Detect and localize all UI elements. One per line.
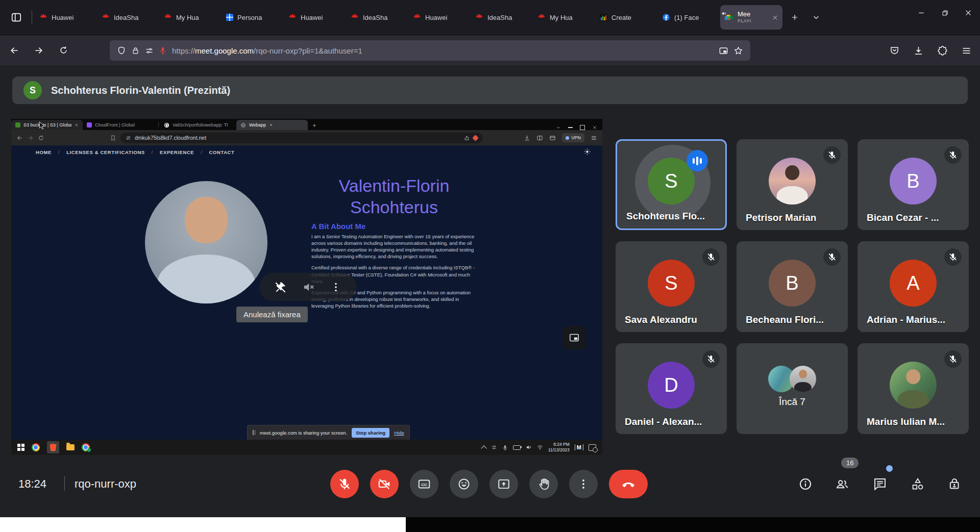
- participant-name: Marius Iulian M...: [867, 416, 945, 427]
- new-tab-button[interactable]: [786, 8, 804, 27]
- unpin-icon[interactable]: [274, 281, 287, 294]
- screen-sharing-banner: meet.google.com is sharing your screen. …: [247, 425, 410, 440]
- network-activity-icon[interactable]: [491, 444, 497, 450]
- participant-tile-bican[interactable]: B Bican Cezar - ...: [857, 139, 969, 230]
- extensions-icon[interactable]: [937, 45, 948, 56]
- back-button[interactable]: [4, 40, 24, 61]
- mic-muted-icon: [823, 248, 841, 266]
- microphone-tray-icon[interactable]: [502, 445, 508, 450]
- minimize-button[interactable]: [910, 0, 933, 26]
- browser-tab[interactable]: Huawei: [284, 5, 347, 30]
- close-button[interactable]: [957, 0, 980, 26]
- notifications-icon[interactable]: [589, 444, 596, 451]
- participant-tile-sava[interactable]: S Sava Alexandru: [616, 241, 727, 332]
- participant-tile-overflow[interactable]: Încă 7: [737, 343, 848, 434]
- browser-tab[interactable]: (1) Face: [658, 5, 720, 30]
- nav-licenses: LICENSES & CERTIFICATIONS: [66, 149, 145, 155]
- raise-hand-button[interactable]: [529, 470, 558, 498]
- tab-label: Create: [611, 14, 654, 21]
- browser-tab[interactable]: IdeaSha: [347, 5, 409, 30]
- url-text[interactable]: https://meet.google.com/rqo-nurr-oxp?pli…: [172, 46, 714, 55]
- participant-tile-daniel[interactable]: D Daniel - Alexan...: [616, 343, 727, 434]
- activities-button[interactable]: [911, 477, 925, 491]
- microphone-in-use-icon[interactable]: [159, 46, 167, 55]
- wifi-icon[interactable]: [537, 444, 543, 450]
- participant-tile-petrisor[interactable]: Petrisor Marian: [737, 139, 848, 230]
- menu-icon[interactable]: [961, 45, 972, 56]
- taskbar-clock[interactable]: 6:24 PM 11/13/2023: [548, 442, 570, 452]
- more-options-icon[interactable]: [330, 282, 341, 293]
- browser-tab[interactable]: Persona: [222, 5, 284, 30]
- tab-label: IdeaSha: [114, 14, 156, 21]
- chrome-meet-icon[interactable]: [82, 443, 90, 451]
- participant-tile-marius[interactable]: Marius Iulian M...: [857, 343, 969, 434]
- battery-icon[interactable]: [513, 445, 521, 450]
- tab-label: My Hua: [550, 14, 592, 21]
- tab-label: Huawei: [425, 14, 467, 21]
- taskbar-m-icon[interactable]: M: [575, 444, 583, 450]
- portfolio-webpage: HOME/ LICENSES & CERTIFICATIONS/ EXPERIE…: [11, 145, 602, 440]
- forward-button[interactable]: [29, 40, 49, 61]
- reload-button[interactable]: [53, 40, 74, 61]
- hide-banner-link[interactable]: Hide: [394, 430, 404, 436]
- participant-tile-schohterus[interactable]: S Schohterus Flo...: [616, 139, 727, 230]
- tray-expand-icon[interactable]: [481, 445, 486, 451]
- mic-muted-icon: [944, 146, 962, 164]
- host-controls-button[interactable]: [947, 477, 962, 491]
- avatar-photo: [769, 158, 816, 205]
- participant-tile-adrian[interactable]: A Adrian - Marius...: [857, 241, 969, 332]
- browser-tab[interactable]: Huawei: [35, 5, 97, 30]
- forward-icon: [27, 135, 34, 141]
- more-options-button[interactable]: [569, 470, 598, 498]
- reactions-button[interactable]: [450, 470, 478, 498]
- bottom-black-strip: [406, 517, 980, 532]
- participant-tile-becheanu[interactable]: B Becheanu Flori...: [737, 241, 848, 332]
- avatar: S: [648, 260, 695, 307]
- file-explorer-icon[interactable]: [66, 444, 75, 450]
- captions-button[interactable]: [410, 470, 438, 498]
- browser-tab[interactable]: IdeaSha: [471, 5, 533, 30]
- bookmark-star-icon[interactable]: [733, 46, 743, 56]
- leave-call-button[interactable]: [609, 470, 648, 498]
- close-tab-icon[interactable]: [772, 14, 778, 21]
- address-bar[interactable]: https://meet.google.com/rqo-nurr-oxp?pli…: [110, 40, 750, 61]
- drag-handle-icon[interactable]: [253, 430, 255, 435]
- restore-button[interactable]: [933, 0, 957, 26]
- tab-label: IdeaSha: [363, 14, 405, 21]
- browser-tab[interactable]: My Hua: [160, 5, 222, 30]
- list-tabs-button[interactable]: [807, 8, 825, 27]
- minimize-tile-button[interactable]: [562, 326, 586, 349]
- mic-muted-icon: [823, 146, 841, 164]
- wallet-icon: [549, 135, 556, 141]
- participant-name: Becheanu Flori...: [746, 314, 824, 325]
- pocket-icon[interactable]: [889, 45, 900, 56]
- chrome-icon[interactable]: [32, 443, 40, 451]
- downloads-icon[interactable]: [913, 45, 924, 56]
- tab-label: Huawei: [301, 14, 342, 21]
- browser-tab-meet-active[interactable]: Mee PLAYI: [720, 5, 782, 30]
- chat-button[interactable]: [873, 477, 887, 491]
- browser-tab[interactable]: Create: [596, 5, 658, 30]
- browser-tab[interactable]: IdeaSha: [97, 5, 160, 30]
- participants-button[interactable]: [835, 477, 849, 491]
- present-button[interactable]: [489, 470, 518, 498]
- permissions-icon[interactable]: [145, 46, 154, 55]
- mic-off-button[interactable]: [330, 470, 359, 498]
- stop-sharing-button[interactable]: Stop sharing: [352, 428, 389, 438]
- tab-label: My Hua: [176, 14, 218, 21]
- globe-favicon: [240, 122, 246, 128]
- picture-in-picture-icon[interactable]: [719, 46, 728, 56]
- meeting-details-button[interactable]: [798, 477, 813, 491]
- windows-start-icon[interactable]: [17, 444, 24, 451]
- lock-icon[interactable]: [131, 46, 140, 55]
- tab-label: IdeaSha: [487, 14, 529, 21]
- brave-icon[interactable]: [47, 441, 59, 453]
- browser-tab[interactable]: Huawei: [409, 5, 471, 30]
- firefox-view-icon[interactable]: [6, 7, 27, 28]
- camera-off-button[interactable]: [370, 470, 399, 498]
- shared-screen-tile[interactable]: S3 buckets | S3 | Global CloudFront | Gl…: [11, 119, 602, 455]
- huawei-logo-icon: [351, 13, 359, 21]
- speaker-tray-icon[interactable]: [526, 444, 532, 450]
- tracking-protection-shield-icon[interactable]: [117, 46, 126, 55]
- browser-tab[interactable]: My Hua: [533, 5, 596, 30]
